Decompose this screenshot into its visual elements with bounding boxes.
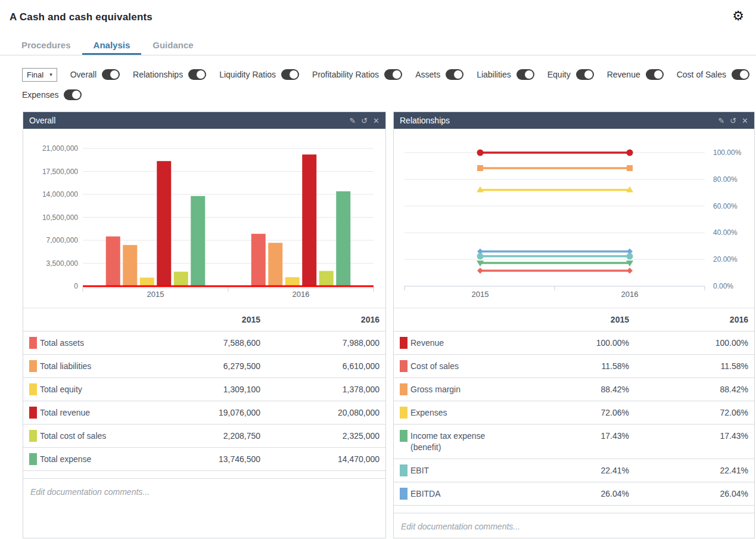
- toggle-label: Cost of Sales: [677, 70, 726, 79]
- toggle-switch[interactable]: [188, 69, 206, 80]
- panel-title: Overall: [29, 116, 349, 125]
- toggle-label: Profitability Ratios: [312, 70, 379, 79]
- y-axis-tick: 100.00%: [713, 148, 742, 157]
- toggle-expenses[interactable]: Expenses: [22, 89, 82, 100]
- bar-total-equity-2015: [140, 278, 154, 286]
- toggle-profitability-ratios[interactable]: Profitability Ratios: [312, 69, 402, 80]
- y-axis-tick: 80.00%: [713, 175, 738, 184]
- close-icon[interactable]: ✕: [742, 117, 748, 125]
- toggle-cost-of-sales[interactable]: Cost of Sales: [677, 69, 749, 80]
- toggle-revenue[interactable]: Revenue: [607, 69, 664, 80]
- y-axis-tick: 17,500,000: [42, 168, 78, 176]
- toggle-knob: [393, 70, 401, 79]
- panel-overall: Overall ✎ ↺ ✕ 03,500,0007,000,00010,500,…: [23, 111, 386, 538]
- cell-value: 19,076,000: [144, 407, 260, 419]
- toggle-liabilities[interactable]: Liabilities: [477, 69, 534, 80]
- toggle-switch[interactable]: [446, 69, 463, 80]
- row-label: Total equity: [40, 383, 82, 395]
- cell-value: 11.58%: [629, 360, 748, 372]
- panel-header-icons: ✎ ↺ ✕: [718, 117, 748, 125]
- cell-value: 26.04%: [629, 488, 748, 500]
- history-icon[interactable]: ↺: [361, 117, 368, 125]
- filter-row-1: Final ▾ OverallRelationshipsLiquidity Ra…: [22, 67, 746, 82]
- settings-gear-icon[interactable]: ⚙: [732, 10, 744, 23]
- relationships-line-chart: 0.00%20.00%40.00%60.00%80.00%100.00%2015…: [394, 129, 754, 308]
- y-axis-tick: 0: [74, 282, 78, 290]
- cell-value: 7,988,000: [260, 337, 379, 349]
- panel-header-icons: ✎ ↺ ✕: [349, 117, 379, 125]
- toggle-overall[interactable]: Overall: [70, 69, 120, 80]
- table-row-total-expense: Total expense13,746,50014,470,000: [23, 448, 385, 471]
- row-label: Expenses: [410, 407, 447, 419]
- x-axis-label: 2015: [472, 290, 489, 299]
- toggle-switch[interactable]: [384, 69, 402, 80]
- edit-icon[interactable]: ✎: [349, 117, 356, 125]
- column-header-2015: 2015: [144, 314, 260, 326]
- toggle-knob: [197, 70, 205, 79]
- toggle-knob: [740, 70, 748, 79]
- table-row-total-equity: Total equity1,309,1001,378,000: [23, 378, 385, 401]
- comments-input[interactable]: Edit documentation comments...: [394, 513, 754, 539]
- page-title: A Cash and cash equivalents: [10, 11, 153, 23]
- legend-swatch: [29, 453, 37, 465]
- toggle-label: Overall: [70, 70, 97, 79]
- toggle-switch[interactable]: [281, 69, 299, 80]
- tab-procedures[interactable]: Procedures: [10, 36, 82, 55]
- toggle-relationships[interactable]: Relationships: [133, 69, 206, 80]
- legend-swatch: [400, 488, 407, 500]
- edit-icon[interactable]: ✎: [718, 117, 724, 125]
- toggle-knob: [584, 70, 593, 79]
- x-axis-label: 2016: [621, 290, 639, 299]
- cell-value: 11.58%: [513, 360, 629, 372]
- toggle-label: Relationships: [133, 70, 183, 79]
- history-icon[interactable]: ↺: [730, 117, 736, 125]
- toggle-equity[interactable]: Equity: [547, 69, 594, 80]
- toggle-switch[interactable]: [646, 69, 664, 80]
- row-label: EBIT: [410, 464, 429, 476]
- cell-value: 20,080,000: [260, 407, 379, 419]
- table-row-cost-of-sales: Cost of sales11.58%11.58%: [394, 355, 754, 378]
- y-axis-tick: 10,500,000: [42, 213, 78, 222]
- toggle-switch[interactable]: [64, 89, 82, 100]
- y-axis-tick: 21,000,000: [42, 144, 78, 153]
- panel-title: Relationships: [400, 116, 718, 125]
- cell-value: 2,325,000: [260, 430, 379, 442]
- column-header-2015: 2015: [513, 314, 629, 326]
- panel-header-overall: Overall ✎ ↺ ✕: [23, 112, 385, 129]
- toggle-switch[interactable]: [732, 69, 749, 80]
- marker-ebit: [627, 253, 633, 259]
- toggle-switch[interactable]: [576, 69, 594, 80]
- bar-total-assets-2016: [251, 234, 266, 286]
- bar-total-cost-of-sales-2015: [174, 272, 188, 286]
- toggle-label: Equity: [547, 70, 571, 79]
- status-select[interactable]: Final ▾: [22, 68, 57, 82]
- cell-value: 6,610,000: [260, 360, 379, 372]
- toggle-assets[interactable]: Assets: [415, 69, 463, 80]
- row-label: Income tax expense (benefit): [410, 430, 505, 453]
- toggle-label: Revenue: [607, 70, 640, 79]
- table-header-row: 20152016: [394, 308, 754, 332]
- marker-cost-of-sales: [477, 268, 483, 274]
- column-header-2016: 2016: [629, 314, 748, 326]
- x-axis-label: 2016: [293, 290, 310, 299]
- row-label: Total liabilities: [40, 360, 91, 372]
- bar-total-revenue-2016: [302, 154, 316, 286]
- toggle-switch[interactable]: [517, 69, 534, 80]
- row-label: Total expense: [40, 453, 91, 465]
- bar-total-expense-2015: [191, 196, 205, 286]
- bar-total-liabilities-2016: [268, 243, 282, 286]
- row-label: Cost of sales: [410, 360, 459, 372]
- toggle-liquidity-ratios[interactable]: Liquidity Ratios: [219, 69, 299, 80]
- toggle-knob: [110, 70, 119, 79]
- toggle-knob: [654, 70, 662, 79]
- y-axis-tick: 7,000,000: [46, 236, 79, 244]
- bar-total-equity-2016: [285, 277, 300, 286]
- toggle-switch[interactable]: [102, 69, 120, 80]
- comments-input[interactable]: Edit documentation comments...: [23, 478, 385, 505]
- close-icon[interactable]: ✕: [373, 117, 379, 125]
- cell-value: 26.04%: [513, 488, 629, 500]
- tab-guidance[interactable]: Guidance: [141, 36, 204, 55]
- cell-value: 88.42%: [513, 383, 629, 395]
- tab-analysis[interactable]: Analysis: [82, 36, 142, 55]
- bar-total-assets-2015: [106, 237, 120, 286]
